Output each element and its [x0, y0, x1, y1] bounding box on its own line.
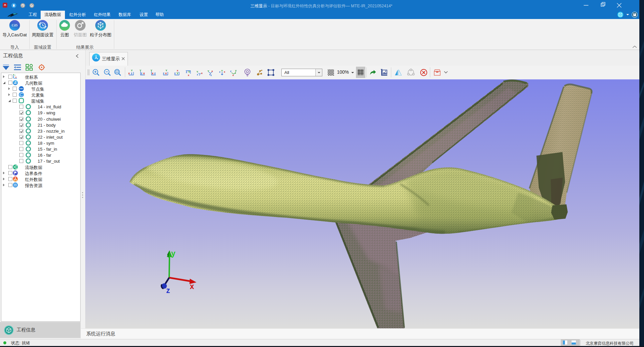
svg-text:x: x [188, 74, 189, 77]
svg-text:x: x [177, 69, 178, 72]
svg-text:z: z [219, 70, 220, 73]
svg-text:x: x [190, 282, 194, 291]
svg-text:Y: Y [151, 69, 153, 72]
svg-text:z: z [174, 72, 176, 75]
svg-text:y: y [171, 249, 175, 258]
svg-text:z: z [197, 73, 198, 76]
svg-text:Y: Y [131, 69, 133, 72]
svg-text:Y: Y [165, 69, 167, 72]
svg-text:z: z [166, 286, 170, 295]
svg-text:z: z [13, 76, 14, 78]
svg-text:Y: Y [221, 69, 223, 72]
svg-text:Y: Y [14, 74, 16, 76]
svg-text:z: z [186, 70, 187, 74]
svg-text:z: z [163, 72, 164, 75]
svg-text:z: z [230, 70, 231, 73]
svg-text:z: z [131, 72, 133, 75]
svg-text:z: z [154, 72, 156, 75]
svg-text:Y: Y [188, 70, 190, 74]
svg-text:Y: Y [176, 72, 178, 75]
svg-text:z: z [210, 74, 212, 77]
svg-text:x: x [224, 70, 225, 73]
svg-text:x: x [201, 72, 203, 75]
svg-text:z: z [141, 72, 143, 75]
svg-text:Y: Y [140, 69, 142, 72]
svg-text:x: x [152, 72, 154, 75]
svg-text:x: x [15, 76, 17, 78]
svg-text:x: x [143, 72, 145, 75]
svg-text:y: y [235, 69, 237, 72]
svg-text:x: x [165, 72, 167, 75]
svg-text:x: x [128, 72, 130, 75]
